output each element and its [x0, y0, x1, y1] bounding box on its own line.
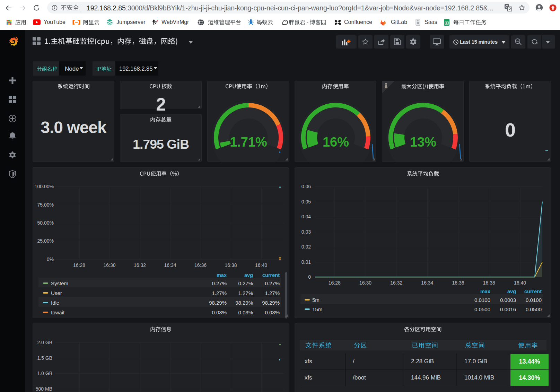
svg-text:13%: 13%	[410, 135, 436, 149]
svg-text:1.71%: 1.71%	[230, 135, 267, 149]
svg-text:16%: 16%	[323, 135, 349, 149]
